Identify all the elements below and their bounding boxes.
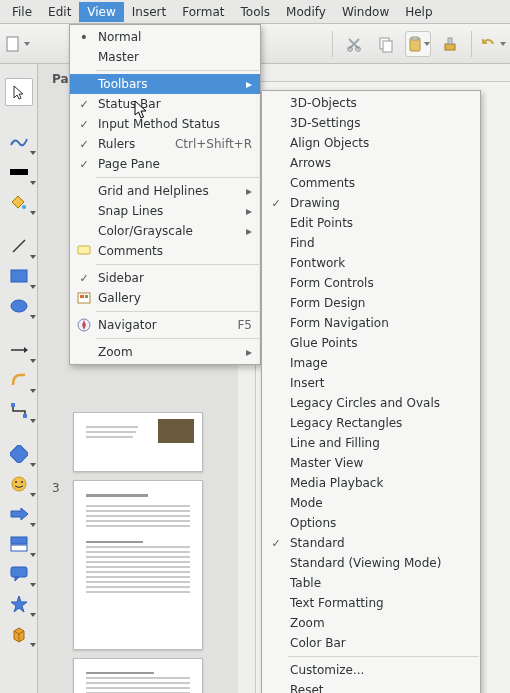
menubar: FileEditViewInsertFormatToolsModifyWindo… xyxy=(0,0,510,24)
paste-button[interactable] xyxy=(405,31,431,57)
view-item-navigator[interactable]: NavigatorF5 xyxy=(70,315,260,335)
toolbars-item-insert[interactable]: Insert xyxy=(262,373,480,393)
toolbars-item-media-playback[interactable]: Media Playback xyxy=(262,473,480,493)
toolbars-item-comments[interactable]: Comments xyxy=(262,173,480,193)
menu-item-label: Master xyxy=(98,50,252,64)
view-item-color-grayscale[interactable]: Color/Grayscale▸ xyxy=(70,221,260,241)
submenu-arrow-icon: ▸ xyxy=(242,77,252,91)
toolbars-item-edit-points[interactable]: Edit Points xyxy=(262,213,480,233)
menu-item-label: Find xyxy=(290,236,472,250)
line-color-icon[interactable] xyxy=(7,162,31,182)
3d-objects-tool[interactable] xyxy=(7,624,31,644)
toolbars-item-form-navigation[interactable]: Form Navigation xyxy=(262,313,480,333)
callouts-tool[interactable] xyxy=(7,564,31,584)
view-item-page-pane[interactable]: Page Pane xyxy=(70,154,260,174)
toolbars-item-3d-settings[interactable]: 3D-Settings xyxy=(262,113,480,133)
view-item-status-bar[interactable]: Status Bar xyxy=(70,94,260,114)
toolbars-item-align-objects[interactable]: Align Objects xyxy=(262,133,480,153)
menu-item-label: Media Playback xyxy=(290,476,472,490)
new-doc-button[interactable] xyxy=(4,31,30,57)
view-item-snap-lines[interactable]: Snap Lines▸ xyxy=(70,201,260,221)
menu-item-label: Mode xyxy=(290,496,472,510)
left-toolbox xyxy=(0,64,38,693)
menu-item-label: Standard xyxy=(290,536,472,550)
flowchart-tool[interactable] xyxy=(7,534,31,554)
menu-item-label: Table xyxy=(290,576,472,590)
check-gutter-icon xyxy=(266,536,286,550)
check-gutter-icon xyxy=(74,137,94,151)
rectangle-tool[interactable] xyxy=(7,266,31,286)
undo-button[interactable] xyxy=(480,31,506,57)
check-gutter-icon xyxy=(74,271,94,285)
symbol-shapes-tool[interactable] xyxy=(7,474,31,494)
menu-item-label: Input Method Status xyxy=(98,117,252,131)
svg-rect-21 xyxy=(11,545,27,551)
connectors-icon[interactable] xyxy=(7,132,31,152)
block-arrows-tool[interactable] xyxy=(7,504,31,524)
toolbars-item-line-and-filling[interactable]: Line and Filling xyxy=(262,433,480,453)
toolbars-item-arrows[interactable]: Arrows xyxy=(262,153,480,173)
menu-modify[interactable]: Modify xyxy=(278,2,334,22)
view-item-zoom[interactable]: Zoom▸ xyxy=(70,342,260,362)
page-thumbnail[interactable]: 3 xyxy=(73,480,203,650)
check-gutter-icon xyxy=(74,157,94,171)
copy-button[interactable] xyxy=(373,31,399,57)
view-item-rulers[interactable]: RulersCtrl+Shift+R xyxy=(70,134,260,154)
view-item-normal[interactable]: Normal xyxy=(70,27,260,47)
curve-tool[interactable] xyxy=(7,370,31,390)
arrow-line-tool[interactable] xyxy=(7,340,31,360)
toolbars-item-drawing[interactable]: Drawing xyxy=(262,193,480,213)
view-item-comments[interactable]: Comments xyxy=(70,241,260,261)
clone-format-button[interactable] xyxy=(437,31,463,57)
view-item-master[interactable]: Master xyxy=(70,47,260,67)
toolbars-item-options[interactable]: Options xyxy=(262,513,480,533)
toolbars-item-table[interactable]: Table xyxy=(262,573,480,593)
toolbars-item-3d-objects[interactable]: 3D-Objects xyxy=(262,93,480,113)
menu-tools[interactable]: Tools xyxy=(233,2,279,22)
menu-item-label: Page Pane xyxy=(98,157,252,171)
toolbars-item-standard-viewing-mode[interactable]: Standard (Viewing Mode) xyxy=(262,553,480,573)
toolbars-item-legacy-rectangles[interactable]: Legacy Rectangles xyxy=(262,413,480,433)
toolbars-item-zoom[interactable]: Zoom xyxy=(262,613,480,633)
menu-window[interactable]: Window xyxy=(334,2,397,22)
svg-rect-16 xyxy=(10,445,28,463)
toolbars-item-color-bar[interactable]: Color Bar xyxy=(262,633,480,653)
page-thumbnail[interactable] xyxy=(73,412,203,472)
toolbars-item-form-controls[interactable]: Form Controls xyxy=(262,273,480,293)
basic-shapes-tool[interactable] xyxy=(7,444,31,464)
toolbars-item-reset[interactable]: Reset xyxy=(262,680,480,693)
toolbars-item-customize[interactable]: Customize... xyxy=(262,660,480,680)
toolbars-item-standard[interactable]: Standard xyxy=(262,533,480,553)
line-tool[interactable] xyxy=(7,236,31,256)
toolbars-item-fontwork[interactable]: Fontwork xyxy=(262,253,480,273)
menu-view[interactable]: View xyxy=(79,2,123,22)
menu-item-label: Color Bar xyxy=(290,636,472,650)
toolbars-item-master-view[interactable]: Master View xyxy=(262,453,480,473)
stars-tool[interactable] xyxy=(7,594,31,614)
menu-help[interactable]: Help xyxy=(397,2,440,22)
toolbars-item-legacy-circles-and-ovals[interactable]: Legacy Circles and Ovals xyxy=(262,393,480,413)
menu-format[interactable]: Format xyxy=(174,2,232,22)
menu-file[interactable]: File xyxy=(4,2,40,22)
menu-insert[interactable]: Insert xyxy=(124,2,174,22)
view-item-input-method-status[interactable]: Input Method Status xyxy=(70,114,260,134)
fill-color-icon[interactable] xyxy=(7,192,31,212)
menu-edit[interactable]: Edit xyxy=(40,2,79,22)
toolbars-item-find[interactable]: Find xyxy=(262,233,480,253)
menu-item-label: Sidebar xyxy=(98,271,252,285)
view-item-toolbars[interactable]: Toolbars▸ xyxy=(70,74,260,94)
toolbars-item-image[interactable]: Image xyxy=(262,353,480,373)
toolbars-item-glue-points[interactable]: Glue Points xyxy=(262,333,480,353)
toolbars-item-text-formatting[interactable]: Text Formatting xyxy=(262,593,480,613)
toolbars-item-form-design[interactable]: Form Design xyxy=(262,293,480,313)
connector-tool[interactable] xyxy=(7,400,31,420)
page-thumbnail[interactable]: 4 xyxy=(73,658,203,693)
pointer-tool[interactable] xyxy=(5,78,33,106)
cut-button[interactable] xyxy=(341,31,367,57)
menu-item-label: Navigator xyxy=(98,318,213,332)
view-item-sidebar[interactable]: Sidebar xyxy=(70,268,260,288)
ellipse-tool[interactable] xyxy=(7,296,31,316)
toolbars-item-mode[interactable]: Mode xyxy=(262,493,480,513)
view-item-grid-and-helplines[interactable]: Grid and Helplines▸ xyxy=(70,181,260,201)
view-item-gallery[interactable]: Gallery xyxy=(70,288,260,308)
